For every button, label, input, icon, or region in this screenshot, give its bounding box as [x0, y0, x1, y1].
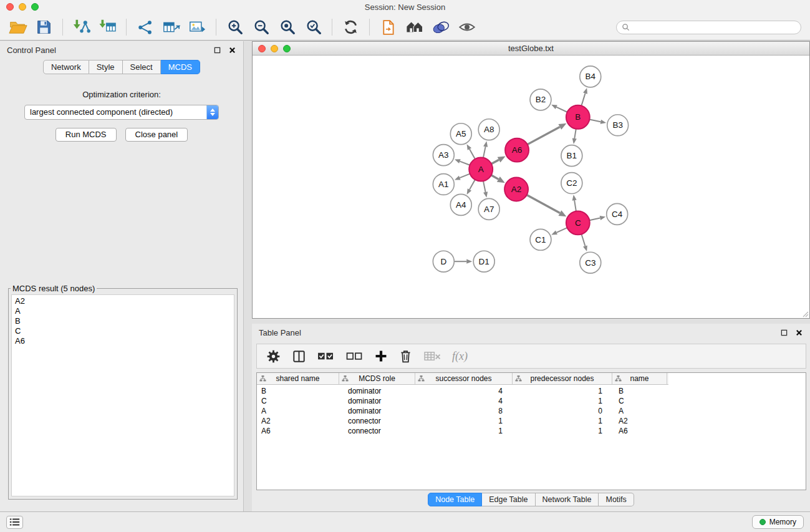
float-panel-button[interactable]: [780, 329, 788, 337]
graph-edge[interactable]: [556, 107, 567, 112]
close-panel-button[interactable]: [228, 46, 236, 54]
graph-node-a[interactable]: A: [469, 158, 493, 181]
graph-node-a6[interactable]: A6: [505, 138, 529, 162]
resize-grip[interactable]: [801, 310, 809, 317]
search-box[interactable]: [616, 21, 801, 34]
table-cell[interactable]: A6: [612, 427, 667, 435]
table-cell[interactable]: 8: [415, 407, 513, 415]
graph-node-a3[interactable]: A3: [433, 145, 454, 166]
task-history-button[interactable]: [6, 516, 23, 529]
graph-edge[interactable]: [483, 181, 486, 192]
graph-node-a7[interactable]: A7: [478, 198, 499, 220]
column-header-mcds-role[interactable]: MCDS role: [339, 373, 415, 384]
table-cell[interactable]: B: [257, 387, 339, 395]
graph-edge[interactable]: [581, 234, 585, 246]
table-row[interactable]: Adominator80A: [257, 406, 806, 416]
zoom-selected-button[interactable]: [303, 17, 324, 37]
graph-node-a8[interactable]: A8: [478, 119, 499, 140]
deselect-all-button[interactable]: [345, 349, 364, 364]
close-window-button[interactable]: [258, 45, 266, 52]
table-cell[interactable]: 4: [415, 387, 513, 395]
table-cell[interactable]: 1: [415, 427, 513, 435]
column-header-shared-name[interactable]: shared name: [257, 373, 339, 384]
table-cell[interactable]: 1: [513, 427, 612, 435]
graph-node-d[interactable]: D: [433, 251, 454, 272]
graph-node-a5[interactable]: A5: [450, 123, 471, 145]
close-window-button[interactable]: [6, 3, 14, 11]
mcds-result-list[interactable]: A2ABCA6: [11, 294, 234, 496]
graph-node-b4[interactable]: B4: [580, 66, 601, 87]
minimize-window-button[interactable]: [19, 3, 26, 11]
graph-node-c4[interactable]: C4: [607, 203, 628, 225]
import-table-button[interactable]: [97, 17, 118, 37]
table-cell[interactable]: 0: [513, 407, 612, 415]
table-cell[interactable]: 1: [415, 417, 513, 425]
table-cell[interactable]: 1: [513, 397, 612, 405]
minimize-window-button[interactable]: [271, 45, 278, 52]
network-graph[interactable]: B4B2BB3A8A5A6A3B1AC2A1A2A4A7C4CC1DD1C3: [253, 56, 809, 318]
table-cell[interactable]: A: [257, 407, 339, 415]
tab-edge-table[interactable]: Edge Table: [482, 493, 535, 506]
table-cell[interactable]: 1: [513, 417, 612, 425]
graph-node-b2[interactable]: B2: [530, 89, 551, 110]
table-cell[interactable]: A: [612, 407, 667, 415]
search-input[interactable]: [633, 23, 796, 32]
graph-node-b3[interactable]: B3: [607, 115, 629, 136]
table-row[interactable]: Cdominator41C: [257, 396, 806, 406]
table-cell[interactable]: dominator: [339, 387, 415, 395]
create-column-button[interactable]: [374, 349, 388, 363]
dropdown-stepper-icon[interactable]: [206, 105, 218, 119]
select-all-button[interactable]: [317, 349, 335, 364]
graph-edge[interactable]: [470, 149, 475, 159]
table-cell[interactable]: A6: [257, 427, 339, 435]
table-row[interactable]: A2connector11A2: [257, 416, 806, 426]
refresh-button[interactable]: [340, 17, 361, 37]
tab-network-table[interactable]: Network Table: [536, 493, 599, 506]
run-mcds-button[interactable]: Run MCDS: [55, 128, 117, 142]
column-header-name[interactable]: name: [612, 373, 667, 384]
mcds-result-item[interactable]: A2: [15, 296, 231, 306]
graph-edge[interactable]: [483, 147, 486, 158]
graph-node-a2[interactable]: A2: [504, 178, 528, 201]
function-builder-button[interactable]: f(x): [452, 350, 468, 363]
window-titlebar[interactable]: Session: New Session: [0, 0, 810, 14]
mcds-result-item[interactable]: B: [15, 316, 231, 326]
graph-node-b1[interactable]: B1: [561, 145, 582, 167]
graph-node-b[interactable]: B: [566, 105, 590, 129]
table-row[interactable]: A6connector11A6: [257, 426, 806, 436]
zoom-in-button[interactable]: [224, 17, 245, 37]
table-cell[interactable]: connector: [339, 427, 415, 435]
graph-node-c2[interactable]: C2: [561, 173, 582, 194]
tab-node-table[interactable]: Node Table: [428, 493, 482, 506]
import-network-button[interactable]: [71, 17, 92, 37]
zoom-window-button[interactable]: [283, 45, 291, 52]
table-cell[interactable]: dominator: [339, 397, 415, 405]
graph-edge[interactable]: [470, 180, 475, 190]
cycle-views-button[interactable]: [378, 17, 398, 37]
zoom-out-button[interactable]: [251, 17, 271, 37]
zoom-fit-button[interactable]: [277, 17, 297, 37]
graph-node-c1[interactable]: C1: [530, 229, 551, 250]
table-cell[interactable]: connector: [339, 417, 415, 425]
graph-edge[interactable]: [589, 218, 600, 220]
tab-style[interactable]: Style: [89, 60, 123, 74]
show-hide-button[interactable]: [456, 17, 477, 37]
table-cell[interactable]: 4: [415, 397, 513, 405]
share-network-button[interactable]: [135, 17, 155, 37]
graph-edge[interactable]: [574, 128, 576, 138]
table-cell[interactable]: dominator: [339, 407, 415, 415]
graph-node-d1[interactable]: D1: [473, 251, 494, 272]
tab-mcds[interactable]: MCDS: [161, 60, 200, 74]
table-cell[interactable]: 1: [513, 387, 612, 395]
mcds-result-item[interactable]: C: [15, 326, 231, 336]
float-panel-button[interactable]: [213, 46, 221, 54]
close-panel-button[interactable]: [795, 329, 803, 337]
table-cell[interactable]: C: [612, 397, 667, 405]
graph-edge[interactable]: [460, 174, 470, 178]
tab-motifs[interactable]: Motifs: [599, 493, 634, 506]
graph-edge[interactable]: [556, 228, 567, 233]
graph-edge[interactable]: [491, 175, 499, 180]
save-session-button[interactable]: [34, 17, 54, 37]
first-neighbors-button[interactable]: [404, 17, 425, 37]
table-settings-button[interactable]: [266, 349, 281, 364]
